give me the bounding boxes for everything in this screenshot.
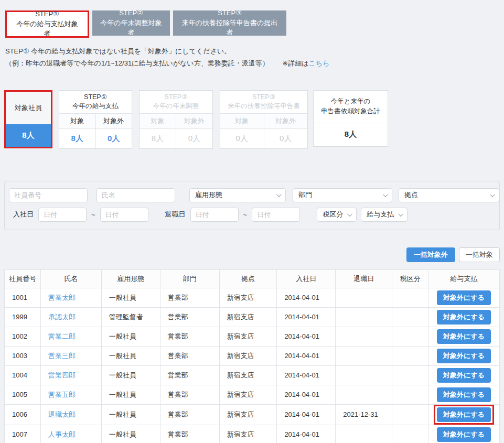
exclude-button[interactable]: 対象外にする [437,349,491,363]
cell-employee-number: 1003 [5,346,41,365]
summary-step1-values: 8人 0人 [59,128,132,148]
col-employee-number: 社員番号 [5,269,41,288]
tab-step3[interactable]: STEP③ 来年の扶養控除等申告書の提出者 [173,10,286,36]
location-select[interactable]: 拠点 [399,188,499,202]
tab-step2[interactable]: STEP② 今年の年末調整対象者 [92,10,170,36]
table-row: 1005 営業五郎 一般社員 営業部 新宿支店 2014-04-01 対象外にす… [5,385,500,404]
cell-name: 人事太郎 [40,425,101,443]
chevron-down-icon [398,211,403,217]
col-employment-type: 雇用形態 [101,269,160,288]
employee-name-link[interactable]: 営業五郎 [48,391,76,398]
tab-step2-number: STEP② [100,8,163,18]
cell-location: 新宿支店 [219,404,277,425]
summary-card-step2: STEP② 今年の年末調整 対象 対象外 8人 0人 [139,90,213,149]
cell-employment-type: 一般社員 [101,346,160,365]
hire-date-to-input[interactable] [100,208,148,222]
cell-employee-number: 1006 [5,404,41,425]
bulk-include-button[interactable]: 一括対象 [459,247,500,262]
tax-class-select[interactable]: 税区分 [317,208,357,222]
payroll-target-page: STEP① 今年の給与支払対象者 STEP② 今年の年末調整対象者 STEP③ … [0,0,504,443]
tab-step1-number: STEP① [14,9,80,19]
employee-number-input[interactable] [9,188,88,202]
summary-step1-number: STEP① [59,93,132,102]
employee-name-link[interactable]: 営業太郎 [48,294,76,301]
hire-date-from-input[interactable] [38,208,87,222]
cell-employee-number: 1002 [5,327,41,346]
employee-name-link[interactable]: 承認太郎 [48,313,76,321]
cell-employment-type: 一般社員 [101,327,160,346]
retire-date-from-input[interactable] [190,208,239,222]
cell-department: 営業部 [160,425,219,443]
employee-name-link[interactable]: 営業四郎 [48,371,76,379]
cell-hire-date: 2014-04-01 [277,365,336,385]
col-salary-payment: 給与支払 [428,269,500,288]
cell-name: 営業二郎 [40,327,101,346]
cell-salary-payment: 対象外にする [428,307,500,327]
summary-step2-values: 8人 0人 [140,128,212,148]
cell-retire-date: 2021-12-31 [336,404,392,425]
cell-department: 営業部 [160,385,219,404]
cell-retire-date [336,385,392,404]
summary-total-title-line2: 申告書依頼対象合計 [314,106,388,116]
cell-employment-type: 一般社員 [101,288,160,307]
exclude-button[interactable]: 対象外にする [437,329,491,344]
cell-retire-date [336,425,392,443]
cell-employment-type: 一般社員 [101,365,160,385]
retire-date-to-input[interactable] [252,208,300,222]
bulk-actions: 一括対象外 一括対象 [0,247,500,262]
cell-retire-date [336,327,392,346]
exclude-button[interactable]: 対象外にする [437,290,491,305]
table-row: 1004 営業四郎 一般社員 営業部 新宿支店 2014-04-01 対象外にす… [5,365,500,385]
employee-name-link[interactable]: 営業三郎 [48,352,76,360]
employee-name-link[interactable]: 営業二郎 [48,332,76,340]
chevron-down-icon [347,211,352,217]
cell-employee-number: 1999 [5,307,41,327]
employee-table-body: 1001 営業太郎 一般社員 営業部 新宿支店 2014-04-01 対象外にす… [5,288,500,443]
cell-tax-class [392,288,428,307]
instruction-line2: （例：昨年の退職者等で今年の1/1~12/31に給与支払いがない方、業務委託・派… [5,59,269,67]
summary-step1-excluded-count: 0人 [96,129,132,148]
name-input[interactable] [96,188,175,202]
cell-retire-date [336,346,392,365]
cell-salary-payment: 対象外にする [428,288,500,307]
exclude-button[interactable]: 対象外にする [437,427,491,442]
exclude-button-highlight-box: 対象外にする [434,405,494,425]
cell-location: 新宿支店 [219,327,277,346]
table-row: 1002 営業二郎 一般社員 営業部 新宿支店 2014-04-01 対象外にす… [5,327,500,346]
exclude-button[interactable]: 対象外にする [437,310,491,325]
cell-hire-date: 2014-04-01 [277,346,336,365]
summary-total-title-line1: 今年と来年の [314,96,388,106]
tab-step3-number: STEP③ [180,8,279,18]
summary-total-count: 8人 [314,123,388,146]
cell-name: 営業四郎 [40,365,101,385]
col-hire-date: 入社日 [277,269,336,288]
cell-employment-type: 一般社員 [101,425,160,443]
exclude-button[interactable]: 対象外にする [437,387,491,402]
exclude-button[interactable]: 対象外にする [437,368,491,383]
cell-location: 新宿支店 [219,307,277,327]
cell-department: 営業部 [160,327,219,346]
cell-retire-date [336,365,392,385]
summary-step2-col-excluded: 対象外 [176,114,212,128]
detail-link[interactable]: こちら [308,59,329,67]
cell-department: 営業部 [160,307,219,327]
salary-payment-select[interactable]: 給与支払 [361,208,408,222]
exclude-button[interactable]: 対象外にする [437,407,491,422]
summary-step3-target-count: 0人 [220,129,264,148]
summary-step2-col-target: 対象 [140,114,176,128]
summary-step3-subheaders: 対象 対象外 [220,113,307,128]
cell-location: 新宿支店 [219,288,277,307]
department-select[interactable]: 部門 [293,188,392,202]
department-value: 部門 [298,190,312,200]
location-value: 拠点 [404,190,418,200]
detail-prefix: ※詳細は [282,59,308,67]
employment-type-select[interactable]: 雇用形態 [189,188,286,202]
tab-step1[interactable]: STEP① 今年の給与支払対象者 [7,12,88,36]
cell-salary-payment: 対象外にする [428,365,500,385]
employee-name-link[interactable]: 退職太郎 [48,410,76,418]
summary-step3-excluded-count: 0人 [264,129,308,148]
employee-name-link[interactable]: 人事太郎 [48,430,76,438]
summary-step3-col-target: 対象 [220,114,264,128]
bulk-exclude-button[interactable]: 一括対象外 [406,247,455,262]
chevron-down-icon [276,192,282,197]
